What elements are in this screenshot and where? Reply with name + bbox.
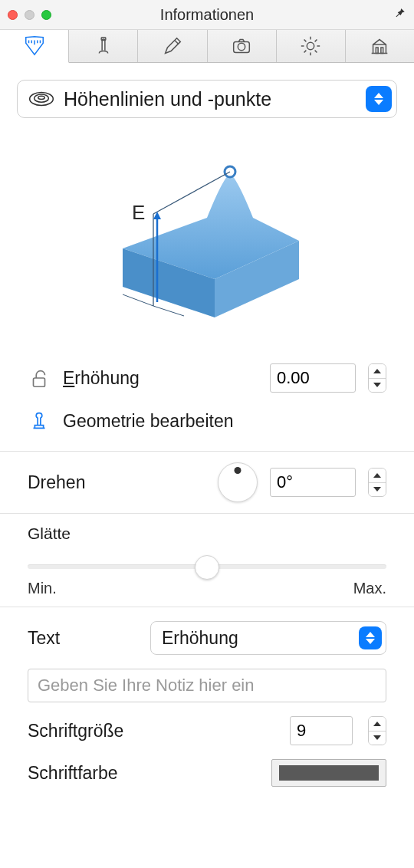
edit-geometry-button[interactable]: Geometrie bearbeiten [63,411,233,432]
rotate-stepper[interactable] [368,468,386,497]
fontcolor-label: Schriftfarbe [28,763,135,784]
object-type-row: Höhenlinien und -punkte [0,63,414,118]
elevation-label: Erhöhung [63,368,140,389]
svg-point-3 [307,42,314,49]
rotate-input[interactable] [270,468,356,497]
svg-point-6 [38,96,45,99]
tab-measure[interactable] [0,30,69,63]
smooth-section: Glätte [0,514,414,543]
tab-camera[interactable] [208,30,277,62]
window-title: Informationen [0,6,414,24]
tab-building[interactable] [346,30,414,62]
smooth-slider[interactable] [28,564,386,569]
svg-rect-9 [34,378,45,386]
object-type-label: Höhenlinien und -punkte [64,88,356,110]
svg-point-2 [238,43,245,50]
object-type-dropdown[interactable]: Höhenlinien und -punkte [17,80,397,118]
illustration-label: E [132,201,145,224]
fontcolor-well[interactable] [271,759,386,787]
tab-pencil[interactable] [138,30,207,62]
text-section: Text Erhöhung Geben Sie Ihre Notiz hier … [0,607,414,801]
rotate-label: Drehen [28,472,85,493]
unlock-icon[interactable] [28,367,51,390]
titlebar: Informationen [0,0,414,29]
fontsize-input[interactable] [290,716,353,745]
rotate-dial[interactable] [218,462,258,502]
terrain-illustration: E [0,118,414,348]
elevation-input[interactable] [270,363,356,393]
rotate-section: Drehen [0,452,414,513]
text-label: Text [28,628,135,649]
fontsize-stepper[interactable] [368,716,386,745]
smooth-label: Glätte [28,524,71,542]
tab-brush[interactable] [69,30,138,62]
smooth-slider-thumb[interactable] [195,555,219,580]
smooth-min-label: Min. [28,580,57,597]
text-type-value: Erhöhung [162,628,359,649]
contour-icon [28,90,54,108]
text-type-dropdown[interactable]: Erhöhung [150,621,386,655]
note-input[interactable]: Geben Sie Ihre Notiz hier ein [28,669,386,702]
elevation-section: Erhöhung Geometrie bearbeiten [0,348,414,451]
dropdown-chevrons-icon [366,86,392,112]
fontsize-label: Schriftgröße [28,721,135,741]
dropdown-chevrons-icon [359,626,382,649]
category-toolbar [0,29,414,63]
tab-sun[interactable] [277,30,346,62]
elevation-stepper[interactable] [368,363,386,393]
stamp-icon [28,409,51,432]
smooth-max-label: Max. [353,580,386,597]
